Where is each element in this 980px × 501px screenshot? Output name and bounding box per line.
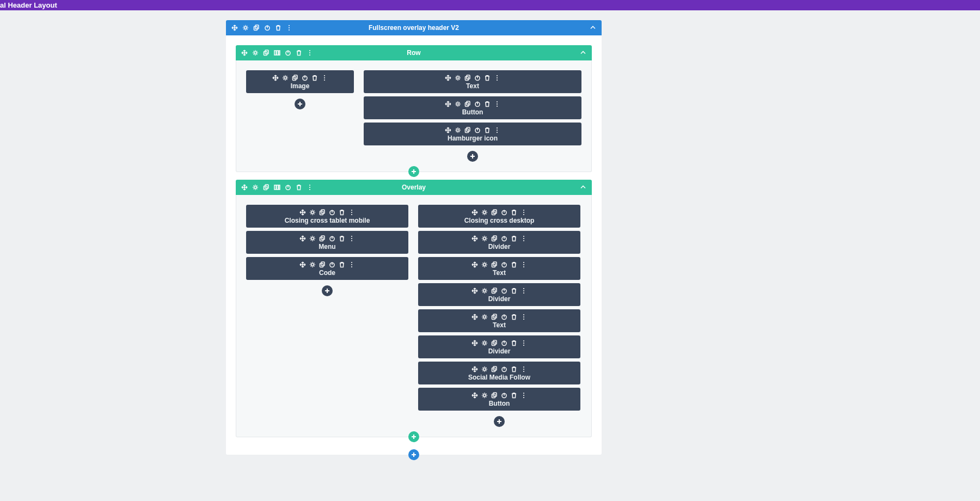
- move-icon[interactable]: [272, 75, 279, 81]
- add-section-button[interactable]: [408, 449, 419, 460]
- trash-icon[interactable]: [511, 340, 517, 346]
- gear-icon[interactable]: [309, 261, 316, 268]
- module[interactable]: Menu: [246, 231, 408, 254]
- dots-icon[interactable]: [307, 50, 313, 56]
- move-icon[interactable]: [299, 209, 306, 216]
- move-icon[interactable]: [241, 184, 248, 191]
- power-icon[interactable]: [285, 184, 291, 191]
- columns-icon[interactable]: [274, 184, 280, 191]
- chevron-up-icon[interactable]: [590, 25, 596, 31]
- move-icon[interactable]: [471, 392, 478, 399]
- gear-icon[interactable]: [481, 314, 488, 320]
- trash-icon[interactable]: [511, 392, 517, 399]
- dots-icon[interactable]: [307, 184, 313, 191]
- add-module-button[interactable]: [467, 151, 478, 162]
- add-row-button[interactable]: [408, 166, 419, 177]
- duplicate-icon[interactable]: [491, 366, 498, 372]
- add-module-button[interactable]: [295, 99, 305, 109]
- trash-icon[interactable]: [484, 127, 491, 133]
- dots-icon[interactable]: [494, 127, 500, 133]
- dots-icon[interactable]: [520, 288, 527, 294]
- gear-icon[interactable]: [455, 127, 461, 133]
- module[interactable]: Divider: [418, 283, 580, 306]
- gear-icon[interactable]: [481, 340, 488, 346]
- trash-icon[interactable]: [275, 25, 281, 31]
- gear-icon[interactable]: [481, 288, 488, 294]
- duplicate-icon[interactable]: [319, 235, 326, 242]
- duplicate-icon[interactable]: [319, 209, 326, 216]
- move-icon[interactable]: [471, 288, 478, 294]
- duplicate-icon[interactable]: [464, 127, 471, 133]
- gear-icon[interactable]: [481, 209, 488, 216]
- dots-icon[interactable]: [348, 235, 355, 242]
- trash-icon[interactable]: [511, 366, 517, 372]
- dots-icon[interactable]: [348, 209, 355, 216]
- module[interactable]: Text: [418, 257, 580, 280]
- trash-icon[interactable]: [296, 184, 302, 191]
- trash-icon[interactable]: [511, 288, 517, 294]
- power-icon[interactable]: [501, 261, 507, 268]
- module[interactable]: Text: [418, 309, 580, 332]
- chevron-up-icon[interactable]: [580, 184, 586, 191]
- power-icon[interactable]: [285, 50, 291, 56]
- gear-icon[interactable]: [481, 392, 488, 399]
- dots-icon[interactable]: [520, 261, 527, 268]
- trash-icon[interactable]: [339, 235, 345, 242]
- gear-icon[interactable]: [481, 261, 488, 268]
- dots-icon[interactable]: [494, 75, 500, 81]
- module[interactable]: Divider: [418, 335, 580, 358]
- trash-icon[interactable]: [511, 261, 517, 268]
- trash-icon[interactable]: [311, 75, 318, 81]
- duplicate-icon[interactable]: [253, 25, 260, 31]
- move-icon[interactable]: [241, 50, 248, 56]
- dots-icon[interactable]: [494, 101, 500, 107]
- power-icon[interactable]: [329, 209, 335, 216]
- dots-icon[interactable]: [520, 340, 527, 346]
- duplicate-icon[interactable]: [491, 235, 498, 242]
- module[interactable]: Code: [246, 257, 408, 280]
- gear-icon[interactable]: [252, 50, 259, 56]
- gear-icon[interactable]: [309, 235, 316, 242]
- move-icon[interactable]: [299, 235, 306, 242]
- trash-icon[interactable]: [484, 101, 491, 107]
- module[interactable]: Hamburger icon: [364, 123, 581, 145]
- columns-icon[interactable]: [274, 50, 280, 56]
- trash-icon[interactable]: [511, 209, 517, 216]
- duplicate-icon[interactable]: [491, 314, 498, 320]
- trash-icon[interactable]: [339, 209, 345, 216]
- power-icon[interactable]: [501, 288, 507, 294]
- power-icon[interactable]: [501, 209, 507, 216]
- power-icon[interactable]: [501, 314, 507, 320]
- move-icon[interactable]: [471, 235, 478, 242]
- duplicate-icon[interactable]: [491, 392, 498, 399]
- dots-icon[interactable]: [520, 392, 527, 399]
- gear-icon[interactable]: [252, 184, 259, 191]
- dots-icon[interactable]: [520, 314, 527, 320]
- duplicate-icon[interactable]: [491, 209, 498, 216]
- power-icon[interactable]: [264, 25, 271, 31]
- module[interactable]: Text: [364, 70, 581, 93]
- duplicate-icon[interactable]: [319, 261, 326, 268]
- duplicate-icon[interactable]: [464, 75, 471, 81]
- power-icon[interactable]: [474, 101, 481, 107]
- dots-icon[interactable]: [348, 261, 355, 268]
- power-icon[interactable]: [302, 75, 308, 81]
- move-icon[interactable]: [471, 261, 478, 268]
- move-icon[interactable]: [471, 314, 478, 320]
- row-header[interactable]: Overlay: [236, 180, 592, 195]
- power-icon[interactable]: [501, 340, 507, 346]
- module[interactable]: Closing cross tablet mobile: [246, 205, 408, 228]
- move-icon[interactable]: [471, 209, 478, 216]
- gear-icon[interactable]: [481, 235, 488, 242]
- move-icon[interactable]: [471, 366, 478, 372]
- module[interactable]: Closing cross desktop: [418, 205, 580, 228]
- dots-icon[interactable]: [286, 25, 292, 31]
- section-header[interactable]: Fullscreen overlay header V2: [226, 20, 602, 35]
- move-icon[interactable]: [299, 261, 306, 268]
- duplicate-icon[interactable]: [464, 101, 471, 107]
- duplicate-icon[interactable]: [292, 75, 298, 81]
- module[interactable]: Button: [418, 388, 580, 411]
- gear-icon[interactable]: [309, 209, 316, 216]
- move-icon[interactable]: [445, 101, 451, 107]
- power-icon[interactable]: [474, 127, 481, 133]
